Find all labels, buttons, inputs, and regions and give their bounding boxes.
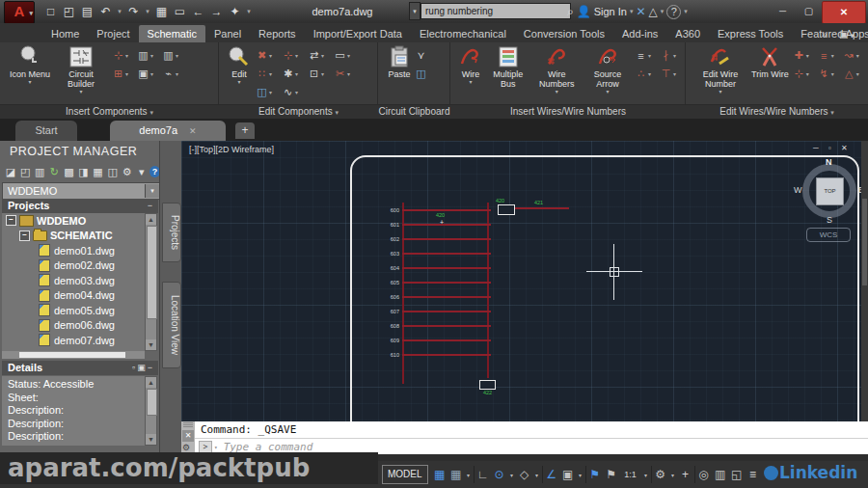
- check-wire-icon[interactable]: △▾: [842, 65, 865, 83]
- align-icon[interactable]: ∷▾: [255, 65, 278, 83]
- tab-start[interactable]: Start: [15, 121, 77, 141]
- ribbon-tab[interactable]: Electromechanical: [411, 25, 515, 42]
- source-arrow-button[interactable]: Source Arrow ▾: [584, 44, 631, 95]
- tree-node-drawing[interactable]: demo07.dwg: [2, 333, 145, 348]
- ortho-icon[interactable]: ∟: [475, 468, 491, 481]
- ribbon-tab[interactable]: Home: [42, 25, 88, 42]
- scroll-down-icon[interactable]: ▼: [146, 339, 156, 350]
- minimize-button[interactable]: ─: [770, 1, 796, 22]
- new-icon[interactable]: □: [42, 5, 59, 18]
- plot-project-icon[interactable]: ⚙: [121, 166, 134, 178]
- project-dropdown[interactable]: WDDEMO ▾: [2, 182, 160, 200]
- polar-icon[interactable]: ⊙: [492, 468, 507, 481]
- toolbar-caret-icon[interactable]: ▾: [135, 166, 149, 178]
- ribbon-tab[interactable]: Import/Export Data: [305, 25, 411, 42]
- viewcube-west[interactable]: W: [794, 185, 802, 195]
- tree-node-drawing[interactable]: demo04.dwg: [2, 288, 145, 304]
- ribbon-tab[interactable]: Add-ins: [613, 25, 666, 42]
- osnap-caret-icon[interactable]: ▾: [577, 472, 584, 478]
- qat-customize-icon[interactable]: ▾: [245, 8, 253, 15]
- canvas-scrollbar[interactable]: [861, 141, 868, 421]
- insert-component-icon[interactable]: ⊹▾: [111, 46, 134, 65]
- swap-wire-number-icon[interactable]: ⊹▾: [792, 65, 815, 83]
- edit-wires-panel-label[interactable]: Edit Wires/Wire Numbers ▾: [686, 105, 868, 120]
- viewport-window-buttons[interactable]: ─ ▫ ✕: [813, 144, 852, 152]
- collapse-node-icon[interactable]: −: [6, 215, 16, 226]
- drawing-canvas[interactable]: [-][Top][2D Wireframe] ─ ▫ ✕ N S W E TOP…: [181, 141, 861, 421]
- tree-node-project[interactable]: − WDDEMO: [2, 213, 145, 229]
- insert-terminal-icon[interactable]: ▥▾: [161, 46, 184, 65]
- ribbon-tab[interactable]: Reports: [250, 25, 305, 42]
- annotation-scale-caret-icon[interactable]: ▾: [642, 472, 650, 478]
- customize-icon[interactable]: ≡: [746, 468, 761, 481]
- tree-node-drawing[interactable]: demo05.dwg: [2, 303, 145, 318]
- tree-node-schematic[interactable]: − SCHEMATIC: [2, 229, 145, 244]
- insert-connector-icon[interactable]: ⌁▾: [161, 65, 184, 83]
- ribbon-tab[interactable]: A360: [666, 25, 709, 42]
- move-wire-number-icon[interactable]: ↝▾: [842, 46, 865, 65]
- project-dropdown-caret-icon[interactable]: ▾: [145, 184, 159, 198]
- wire-button[interactable]: Wire ▾: [458, 44, 483, 85]
- isodraft-icon[interactable]: ◇: [517, 468, 532, 481]
- snap-caret-icon[interactable]: ▾: [465, 472, 473, 478]
- plus-icon[interactable]: +: [678, 468, 693, 481]
- new-tab-button[interactable]: +: [235, 122, 255, 139]
- copy-circuit-icon[interactable]: ⋎: [414, 46, 437, 65]
- search-go-icon[interactable]: ⌕: [567, 5, 574, 18]
- wire-numbers-button[interactable]: Wire Numbers ▾: [532, 44, 581, 95]
- project-open-icon[interactable]: ◪: [4, 166, 17, 178]
- collapse-node-icon[interactable]: −: [19, 230, 30, 241]
- viewcube-south[interactable]: S: [827, 215, 832, 225]
- command-close-icon[interactable]: ✕: [182, 430, 194, 442]
- exchange-apps-icon[interactable]: ✕: [636, 5, 645, 18]
- paste-button[interactable]: Paste: [388, 44, 411, 79]
- recent-commands-icon[interactable]: >: [199, 441, 212, 453]
- polar-caret-icon[interactable]: ▾: [508, 472, 516, 478]
- save-circuit-icon[interactable]: ◫: [414, 65, 437, 83]
- project-properties-icon[interactable]: ▥: [33, 166, 46, 178]
- delete-component-icon[interactable]: ✖▾: [255, 46, 278, 65]
- workspace-icon[interactable]: ⚙: [653, 468, 668, 481]
- help-caret-icon[interactable]: ▾: [684, 8, 688, 15]
- edit-components-panel-label[interactable]: Edit Components ▾: [219, 105, 378, 120]
- circuit-builder-button[interactable]: Circuit Builder ▾: [54, 44, 108, 95]
- otrack-icon[interactable]: ∠: [544, 468, 559, 481]
- icon-menu-button[interactable]: Icon Menu ▾: [10, 44, 50, 85]
- dot-tee-icon[interactable]: ∴▾: [634, 65, 657, 83]
- erase-icon[interactable]: ✂▾: [333, 65, 356, 83]
- refresh-icon[interactable]: ↻: [47, 166, 61, 178]
- ribbon-tab[interactable]: Schematic: [139, 25, 205, 42]
- recent-commands-caret-icon[interactable]: ▾: [214, 444, 218, 450]
- command-customize-icon[interactable]: ⚙: [182, 443, 190, 452]
- details-scrollbar[interactable]: ▲ ▼: [145, 376, 157, 446]
- hardware-icon[interactable]: ▥: [713, 468, 728, 481]
- project-wide-icon[interactable]: ◨: [76, 166, 90, 178]
- grid-icon[interactable]: ▦: [432, 468, 448, 481]
- scroll-up-icon[interactable]: ▲: [146, 214, 156, 225]
- workspace-caret-icon[interactable]: ▾: [669, 472, 677, 478]
- ribbon-tab[interactable]: Project: [88, 25, 138, 42]
- sheetset-icon[interactable]: ▭: [172, 5, 188, 18]
- a360-icon[interactable]: △: [649, 5, 658, 18]
- annotation-icon[interactable]: ⚑: [587, 468, 603, 481]
- tree-node-drawing[interactable]: demo02.dwg: [2, 258, 145, 274]
- forward-icon[interactable]: →: [208, 5, 225, 18]
- insert-plc-icon[interactable]: ▥▾: [136, 46, 159, 65]
- redo-caret-icon[interactable]: ▾: [144, 8, 151, 15]
- scroll-down-icon[interactable]: ▼: [146, 434, 156, 445]
- collapse-details-icon[interactable]: −: [148, 363, 154, 372]
- xdata-icon[interactable]: ◫▾: [255, 83, 278, 101]
- viewcube[interactable]: N S W E TOP: [800, 161, 859, 221]
- scroll-thumb[interactable]: [147, 389, 157, 416]
- retag-icon[interactable]: ✱▾: [281, 65, 304, 83]
- search-toggle-icon[interactable]: ▾: [409, 2, 420, 20]
- model-space-button[interactable]: MODEL: [382, 465, 428, 484]
- ladder-edit-icon[interactable]: ≡▾: [817, 46, 840, 65]
- edit-button[interactable]: Edit ▾: [227, 44, 252, 85]
- cleanscreen-icon[interactable]: ◱: [729, 468, 745, 481]
- move-component-icon[interactable]: ⊹▾: [281, 46, 304, 65]
- fix-wire-number-icon[interactable]: ✚▾: [792, 46, 815, 65]
- tree-horizontal-scrollbar[interactable]: [2, 351, 145, 359]
- preview-icon[interactable]: ▣: [137, 363, 148, 372]
- maximize-button[interactable]: ▢: [796, 1, 822, 22]
